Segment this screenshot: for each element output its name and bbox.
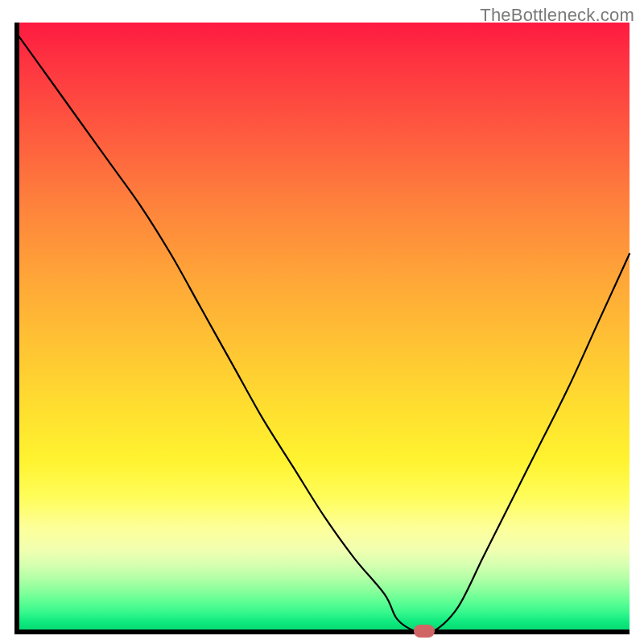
watermark-text: TheBottleneck.com xyxy=(480,5,634,26)
minimum-marker xyxy=(414,625,435,638)
chart-root: TheBottleneck.com xyxy=(0,0,644,644)
chart-frame xyxy=(14,23,630,634)
bottleneck-curve xyxy=(14,23,630,634)
